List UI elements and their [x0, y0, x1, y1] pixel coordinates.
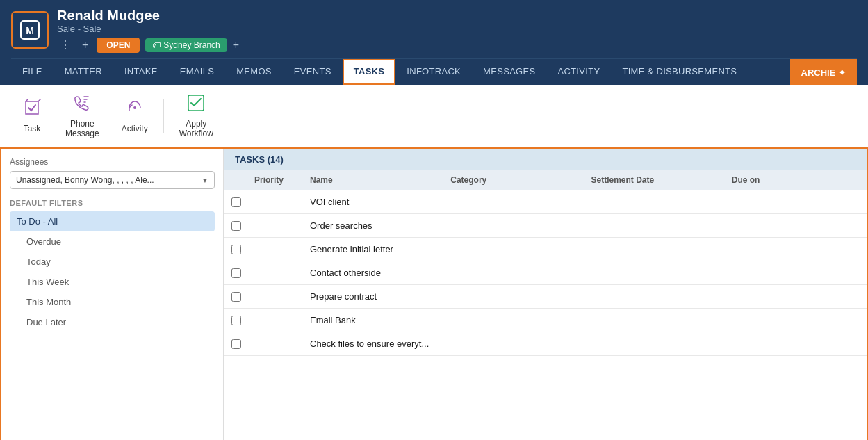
filter-overdue[interactable]: Overdue: [10, 231, 215, 252]
nav-activity[interactable]: ACTIVITY: [546, 59, 611, 85]
client-name: Renald Mudgee: [57, 7, 857, 24]
filter-this-week[interactable]: This Week: [10, 272, 215, 292]
row1-priority: [249, 196, 304, 209]
share-icon[interactable]: ⋮: [57, 37, 74, 53]
sidebar: Assignees Unassigned, Bonny Wong, , , , …: [1, 149, 224, 440]
row2-category: [445, 220, 585, 232]
activity-label: Activity: [122, 124, 148, 133]
workflow-icon: [187, 94, 205, 116]
chevron-down-icon: ▼: [202, 177, 208, 184]
nav-memos[interactable]: MEMOS: [225, 59, 283, 85]
filter-due-later[interactable]: Due Later: [10, 312, 215, 332]
phone-message-button[interactable]: Phone Message: [56, 90, 109, 142]
nav-events[interactable]: EVENTS: [283, 59, 343, 85]
row4-check[interactable]: [224, 262, 249, 284]
row2-priority: [249, 220, 304, 232]
checkbox[interactable]: [231, 339, 241, 349]
client-subtitle: Sale - Sale: [57, 24, 857, 34]
apply-workflow-button[interactable]: Apply Workflow: [170, 90, 223, 142]
task-label: Task: [24, 124, 41, 133]
row7-check[interactable]: [224, 333, 249, 355]
add-icon[interactable]: +: [79, 38, 91, 53]
nav-tasks[interactable]: TASKS: [343, 59, 396, 85]
row3-priority: [249, 243, 304, 256]
toolbar: Task Phone Message Activity: [0, 85, 868, 147]
row6-due: [726, 314, 867, 327]
table-row: Check files to ensure everyt...: [224, 332, 867, 356]
checkbox[interactable]: [231, 316, 241, 325]
row7-category: [445, 338, 585, 350]
row4-priority: [249, 267, 304, 279]
nav-time-disbursements[interactable]: TIME & DISBURSEMENTS: [611, 59, 748, 85]
task-icon: [23, 99, 41, 121]
table-row: Contact otherside: [224, 261, 867, 285]
assignee-dropdown[interactable]: Unassigned, Bonny Wong, , , , , Ale... ▼: [10, 171, 215, 189]
filter-label: DEFAULT FILTERS: [10, 199, 215, 207]
row2-settlement: [586, 220, 726, 232]
assignees-label: Assignees: [10, 157, 215, 167]
row6-check[interactable]: [224, 309, 249, 332]
table-header-row: Priority Name Category Settlement Date D…: [224, 170, 867, 190]
filter-this-month[interactable]: This Month: [10, 292, 215, 312]
assignee-value: Unassigned, Bonny Wong, , , , , Ale...: [16, 175, 202, 185]
nav-bar: FILE MATTER INTAKE EMAILS MEMOS EVENTS T…: [11, 58, 857, 85]
row6-settlement: [586, 314, 726, 327]
nav-matter[interactable]: MATTER: [54, 59, 113, 85]
open-button[interactable]: OPEN: [97, 38, 140, 53]
svg-line-3: [38, 99, 41, 101]
phone-icon: [73, 94, 91, 116]
checkbox[interactable]: [231, 221, 241, 231]
row5-name: Prepare contract: [304, 285, 445, 308]
row1-due: [726, 196, 867, 209]
row1-check[interactable]: [224, 191, 249, 213]
tasks-panel: TASKS (14) Priority Name Category Settle…: [224, 149, 867, 440]
avatar: M: [11, 11, 49, 49]
row1-name: VOI client: [304, 190, 445, 213]
archie-button[interactable]: ARCHIE ✦: [790, 59, 857, 85]
row6-category: [445, 314, 585, 327]
header: M Renald Mudgee Sale - Sale ⋮ + OPEN 🏷 S…: [0, 0, 868, 85]
row3-settlement: [586, 243, 726, 256]
row7-name: Check files to ensure everyt...: [304, 332, 445, 355]
checkbox[interactable]: [231, 245, 241, 254]
row2-check[interactable]: [224, 215, 249, 237]
filter-today[interactable]: Today: [10, 252, 215, 272]
row1-category: [445, 196, 585, 209]
col-priority: Priority: [249, 170, 304, 190]
col-category: Category: [445, 170, 585, 190]
row5-check[interactable]: [224, 286, 249, 308]
nav-file[interactable]: FILE: [11, 59, 54, 85]
col-check: [224, 170, 249, 190]
header-actions: ⋮ + OPEN 🏷 Sydney Branch +: [57, 37, 857, 53]
branch-add-icon[interactable]: +: [233, 39, 239, 51]
header-info: Renald Mudgee Sale - Sale ⋮ + OPEN 🏷 Syd…: [57, 7, 857, 53]
nav-messages[interactable]: MESSAGES: [472, 59, 546, 85]
row6-priority: [249, 314, 304, 327]
row2-name: Order searches: [304, 214, 445, 237]
row4-due: [726, 267, 867, 279]
main-content: Assignees Unassigned, Bonny Wong, , , , …: [0, 147, 868, 440]
col-settlement-date: Settlement Date: [586, 170, 726, 190]
branch-tag: 🏷 Sydney Branch: [145, 38, 227, 52]
row7-priority: [249, 338, 304, 350]
activity-button[interactable]: Activity: [112, 95, 158, 138]
svg-point-4: [133, 106, 136, 109]
checkbox[interactable]: [231, 268, 241, 278]
row6-name: Email Bank: [304, 309, 445, 332]
nav-emails[interactable]: EMAILS: [169, 59, 225, 85]
nav-infotrack[interactable]: INFOTRACK: [395, 59, 472, 85]
col-name: Name: [304, 170, 445, 190]
row5-category: [445, 291, 585, 303]
row3-check[interactable]: [224, 238, 249, 261]
row3-category: [445, 243, 585, 256]
checkbox[interactable]: [231, 197, 241, 207]
row3-due: [726, 243, 867, 256]
table-row: Email Bank: [224, 309, 867, 332]
svg-text:M: M: [26, 25, 34, 36]
filter-todo-all[interactable]: To Do - All: [10, 211, 215, 231]
row4-settlement: [586, 267, 726, 279]
task-button[interactable]: Task: [11, 95, 53, 138]
checkbox[interactable]: [231, 292, 241, 302]
row4-category: [445, 267, 585, 279]
nav-intake[interactable]: INTAKE: [113, 59, 169, 85]
